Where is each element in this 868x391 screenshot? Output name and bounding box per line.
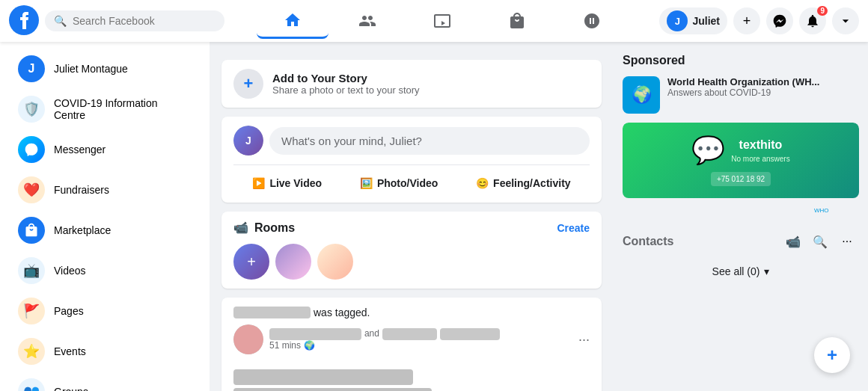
sidebar-profile[interactable]: J Juliet Montague <box>6 49 204 88</box>
post-user-avatar: J <box>233 126 263 156</box>
contacts-section: Contacts 📹 🔍 ··· See all (0) ▾ <box>623 230 859 283</box>
post-meta: 51 mins 🌍 <box>269 340 572 351</box>
sidebar-videos-label: Videos <box>54 265 86 277</box>
events-icon: ⭐ <box>18 338 45 365</box>
post-username: ████████ ████ and ███ ████ ████████ <box>269 328 572 340</box>
app: J Juliet Montague 🛡️ COVID-19 Informatio… <box>0 0 868 391</box>
sponsor-name: World Health Organization (WH... <box>667 76 819 87</box>
nav-marketplace-button[interactable] <box>481 3 553 39</box>
sponsor-icon: 🌍 <box>623 76 660 114</box>
sidebar-messenger-label: Messenger <box>54 144 106 156</box>
post-user-info: ████████ ████ and ███ ████ ████████ 51 m… <box>269 328 572 351</box>
sidebar-marketplace-label: Marketplace <box>54 224 111 236</box>
room-avatar-1: + <box>233 244 269 280</box>
user-chip[interactable]: J Juliet <box>659 7 727 34</box>
photo-video-button[interactable]: 🖼️ Photo/Video <box>348 173 450 194</box>
contacts-icons: 📹 🔍 ··· <box>781 230 859 253</box>
create-room-button[interactable]: Create <box>557 222 590 234</box>
main-feed: + Add to Your Story Share a photo or tex… <box>210 42 614 391</box>
chevron-down-icon: ▾ <box>764 265 769 277</box>
live-video-label: Live Video <box>269 177 322 189</box>
dropdown-button[interactable] <box>832 7 859 34</box>
see-all-contacts-button[interactable]: See all (0) ▾ <box>623 259 859 283</box>
sidebar-item-covid[interactable]: 🛡️ COVID-19 Information Centre <box>6 90 204 129</box>
feeling-icon: 😊 <box>476 177 489 189</box>
live-video-icon: ▶️ <box>252 177 265 189</box>
post-input-row: J What's on your mind, Juliet? <box>233 126 590 156</box>
fundraisers-icon: ❤️ <box>18 176 45 203</box>
notifications-button[interactable]: 9 <box>799 7 826 34</box>
user-avatar: J <box>667 10 688 31</box>
post-actions: ▶️ Live Video 🖼️ Photo/Video 😊 Feeling/A… <box>233 164 590 194</box>
messenger-button[interactable] <box>766 7 793 34</box>
search-input[interactable] <box>73 15 216 27</box>
sidebar-item-pages[interactable]: 🚩 Pages <box>6 292 204 330</box>
post-time: 51 mins <box>269 340 301 351</box>
photo-video-label: Photo/Video <box>377 177 438 189</box>
room-avatar-2 <box>275 244 311 280</box>
sidebar: J Juliet Montague 🛡️ COVID-19 Informatio… <box>0 42 210 391</box>
post-input[interactable]: What's on your mind, Juliet? <box>269 127 590 155</box>
nav-home-button[interactable] <box>257 3 328 39</box>
rooms-avatars: + <box>233 244 590 280</box>
live-video-button[interactable]: ▶️ Live Video <box>240 173 334 194</box>
contacts-label: Contacts <box>623 235 673 248</box>
video-call-button[interactable]: 📹 <box>781 230 805 253</box>
sponsored-card: 🌍 World Health Organization (WH... Answe… <box>623 76 859 114</box>
post-author-avatar <box>233 324 263 354</box>
rooms-card: 📹 Rooms Create + <box>221 212 602 289</box>
sidebar-item-groups[interactable]: 👥 Groups <box>6 372 204 391</box>
facebook-logo[interactable] <box>9 5 39 37</box>
story-add-button[interactable]: + <box>233 69 263 99</box>
search-contacts-button[interactable]: 🔍 <box>808 230 832 253</box>
pages-icon: 🚩 <box>18 298 45 324</box>
float-add-button[interactable]: + <box>814 337 850 373</box>
rooms-title: 📹 Rooms <box>233 221 295 235</box>
messenger-icon <box>18 136 45 163</box>
feeling-label: Feeling/Activity <box>493 177 570 189</box>
room-avatar-3 <box>317 244 353 280</box>
story-subtitle: Share a photo or text to your story <box>272 84 420 96</box>
who-footer: WHO <box>623 201 859 218</box>
globe-icon: 🌍 <box>304 340 315 351</box>
rooms-header: 📹 Rooms Create <box>233 221 590 235</box>
sponsor-text: World Health Organization (WH... Answers… <box>667 76 819 114</box>
add-button[interactable]: + <box>733 7 760 34</box>
sidebar-item-marketplace[interactable]: Marketplace <box>6 211 204 250</box>
nav-watch-button[interactable] <box>406 3 478 39</box>
header: 🔍 J Juliet + <box>0 0 868 42</box>
add-icon: + <box>743 13 751 29</box>
sidebar-item-messenger[interactable]: Messenger <box>6 130 204 169</box>
more-contacts-button[interactable]: ··· <box>835 230 859 253</box>
sidebar-pages-label: Pages <box>54 305 84 317</box>
feeling-activity-button[interactable]: 😊 Feeling/Activity <box>464 173 582 194</box>
sidebar-events-label: Events <box>54 345 86 357</box>
post-tagged-line: ██████ ████ was tagged. <box>233 307 590 318</box>
post-card-header: ██████ ████ was tagged. ████████ ████ an… <box>221 298 602 363</box>
wa-sub: No more answers <box>731 155 789 163</box>
sidebar-covid-label: COVID-19 Information Centre <box>54 97 192 121</box>
sponsored-label: Sponsored <box>623 54 859 67</box>
groups-icon: 👥 <box>18 378 45 391</box>
sponsor-banner: 💬 texthito No more answers +75 012 18 92… <box>623 123 859 218</box>
nav-right: J Juliet + 9 <box>659 7 859 34</box>
sidebar-item-fundraisers[interactable]: ❤️ Fundraisers <box>6 170 204 209</box>
notification-badge: 9 <box>817 6 828 16</box>
search-bar[interactable]: 🔍 <box>45 10 224 31</box>
float-add-icon: + <box>827 345 837 366</box>
nav-groups-button[interactable] <box>556 3 628 39</box>
post-user-row: ████████ ████ and ███ ████ ████████ 51 m… <box>233 324 590 354</box>
svg-text:WHO: WHO <box>814 207 829 214</box>
sidebar-groups-label: Groups <box>54 386 88 391</box>
sidebar-item-videos[interactable]: 📺 Videos <box>6 251 204 290</box>
nav-center <box>230 3 653 39</box>
whatsapp-ad[interactable]: 💬 texthito No more answers +75 012 18 92 <box>623 123 859 198</box>
rooms-label: Rooms <box>254 221 295 235</box>
post-tagged-text: was tagged. <box>314 307 370 318</box>
contacts-header: Contacts 📹 🔍 ··· <box>623 230 859 253</box>
sidebar-profile-label: Juliet Montague <box>54 63 128 75</box>
post-more-button[interactable]: ··· <box>578 333 590 346</box>
nav-friends-button[interactable] <box>331 3 403 39</box>
sidebar-item-events[interactable]: ⭐ Events <box>6 332 204 371</box>
post-card: ██████ ████ was tagged. ████████ ████ an… <box>221 298 602 391</box>
